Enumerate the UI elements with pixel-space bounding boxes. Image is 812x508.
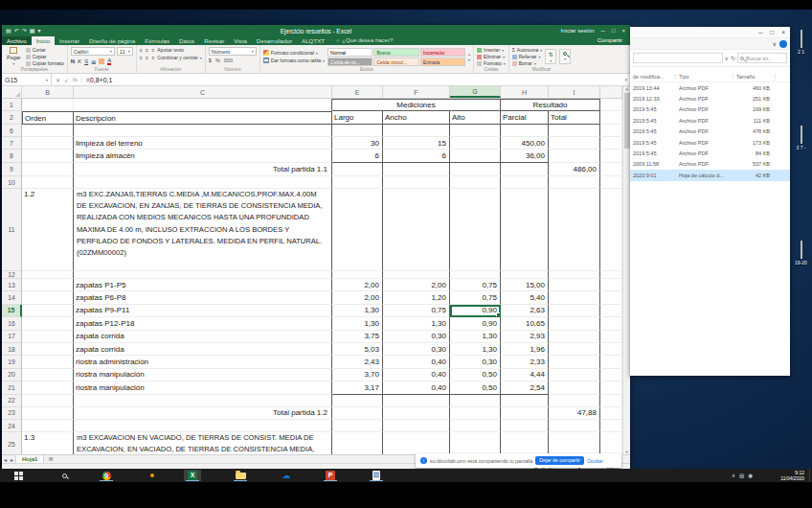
hide-share-bar-link[interactable]: Ocultar [587, 458, 603, 464]
number-format-select[interactable]: Número▾ [209, 47, 257, 56]
format-cells-button[interactable]: Formato▾ [477, 60, 506, 66]
cut-button[interactable]: Cortar [26, 47, 64, 53]
cell-H20[interactable]: 4,44 [501, 369, 549, 381]
cell-B18[interactable] [22, 343, 74, 356]
cell-C1[interactable] [74, 99, 332, 111]
cell-I19[interactable] [549, 356, 600, 368]
cell-I15[interactable] [549, 305, 600, 317]
select-all-corner[interactable] [2, 86, 22, 98]
cell-G8[interactable] [450, 150, 501, 163]
cell-B11[interactable]: 1.2 [22, 189, 74, 271]
cell-H18[interactable]: 1,96 [501, 343, 549, 356]
cell-H24[interactable] [501, 420, 549, 432]
cell-H12[interactable] [501, 271, 549, 279]
cell-E23[interactable] [332, 407, 383, 421]
column-header-G[interactable]: G [450, 86, 501, 98]
vertical-scrollbar[interactable]: ▲ ▼ [622, 86, 630, 454]
cell-H15[interactable]: 2,63 [501, 305, 549, 317]
cell-E11[interactable] [332, 189, 383, 271]
cell-B16[interactable] [22, 317, 74, 330]
row-header-14[interactable]: 14 [2, 291, 22, 304]
cell-C14[interactable]: zapatas P6-P8 [74, 291, 332, 304]
cell-G2[interactable]: Alto [450, 111, 501, 125]
maximize-icon[interactable]: □ [612, 28, 616, 34]
cell-G9[interactable] [450, 163, 501, 176]
taskbar-search-button[interactable] [56, 470, 73, 481]
cell-I11[interactable] [549, 189, 600, 271]
cell-B14[interactable] [22, 291, 74, 304]
cell-I21[interactable] [549, 381, 600, 394]
font-name-select[interactable]: Calibri▾ [71, 47, 115, 56]
column-header-E[interactable]: E [332, 86, 383, 98]
cell-G25[interactable] [450, 432, 501, 454]
cell-G10[interactable] [450, 176, 501, 189]
align-top-icons[interactable]: ≡ ≡ ≡ [140, 47, 156, 53]
cell-J13[interactable] [600, 279, 622, 291]
cell-E25[interactable] [332, 432, 383, 454]
taskbar-onedrive-button[interactable]: ☁ [278, 470, 295, 481]
cell-I6[interactable] [549, 125, 600, 137]
insert-function-icon[interactable]: fx [73, 77, 78, 82]
cell-G21[interactable]: 0,50 [450, 381, 501, 394]
row-header-25[interactable]: 25 [2, 432, 22, 454]
formula-input[interactable]: =0,8+0,1 [82, 77, 625, 83]
tell-me-box[interactable]: ☼ ¿Qué desea hacer? [335, 36, 393, 45]
fill-color-button[interactable] [99, 58, 104, 64]
collapse-ribbon-icon[interactable]: ∨ [773, 40, 777, 47]
cell-C2[interactable]: Descripcion [74, 111, 332, 125]
autosum-button[interactable]: ΣAutosuma▾ [512, 47, 543, 53]
desktop-icon-pdf-1[interactable]: 2 1 [791, 31, 811, 55]
cell-H19[interactable]: 2,33 [501, 356, 549, 368]
cell-C19[interactable]: riostra administración [74, 356, 332, 368]
cell-J14[interactable] [600, 291, 622, 304]
name-box[interactable]: G15▾ [2, 74, 52, 85]
cell-I24[interactable] [549, 420, 600, 432]
desktop-icon-pdf-2[interactable]: 3 7 - [791, 127, 811, 150]
cell-H9[interactable] [501, 163, 549, 176]
cell-C8[interactable]: limpieza almacén [74, 150, 332, 163]
row-header-8[interactable]: 8 [2, 150, 22, 163]
cell-E20[interactable]: 3,70 [332, 369, 383, 381]
minimize-icon[interactable]: ─ [758, 29, 763, 35]
cell-C12[interactable] [74, 271, 332, 279]
cell-H13[interactable]: 15,00 [501, 279, 549, 291]
wrap-text-button[interactable]: Ajustar texto [157, 47, 184, 53]
cell-F12[interactable] [383, 271, 450, 279]
cell-C13[interactable]: zapatas P1-P5 [74, 279, 332, 291]
column-header-F[interactable]: F [383, 86, 450, 98]
cell-G20[interactable]: 0,50 [450, 369, 501, 381]
column-header-type[interactable]: Tipo [676, 74, 733, 80]
column-header-H[interactable]: H [501, 86, 549, 98]
ribbon-tab-desarrollador[interactable]: Desarrollador [252, 36, 297, 45]
cell-J16[interactable] [600, 317, 622, 330]
cell-J9[interactable] [600, 163, 622, 176]
row-header-24[interactable]: 24 [2, 420, 22, 432]
cell-B9[interactable] [22, 163, 74, 176]
row-header-22[interactable]: 22 [2, 395, 22, 407]
desktop-icon-file-3[interactable]: 19-20 [791, 242, 811, 266]
ribbon-tab-dise-o-de-p-gina[interactable]: Diseño de página [84, 36, 140, 45]
cell-J19[interactable] [600, 356, 622, 368]
underline-button[interactable]: S [84, 58, 88, 64]
cell-J25[interactable] [600, 432, 622, 454]
clear-button[interactable]: Borrar▾ [512, 60, 543, 66]
gallery-scroll-icons[interactable]: ▴▾ [468, 47, 470, 66]
cell-C18[interactable]: zapata corrida [74, 343, 332, 356]
column-header-C[interactable]: C [74, 86, 332, 98]
cell-F2[interactable]: Ancho [383, 111, 450, 125]
cell-I14[interactable] [549, 291, 600, 304]
cell-G7[interactable] [450, 137, 501, 150]
row-header-21[interactable]: 21 [2, 381, 22, 394]
cell-H14[interactable]: 5,40 [501, 291, 549, 304]
cell-J23[interactable] [600, 407, 622, 421]
row-header-2[interactable]: 2 [2, 111, 22, 125]
cell-F10[interactable] [383, 176, 450, 189]
cell-C25[interactable]: m3 EXCAVACION EN VACIADO, DE TIERRAS DE … [74, 432, 332, 454]
ribbon-tab-insertar[interactable]: Insertar [55, 36, 84, 45]
scroll-down-icon[interactable]: ▼ [625, 450, 629, 454]
cell-E7[interactable]: 30 [332, 137, 383, 150]
qat-custom-icon[interactable]: ▦ [30, 25, 35, 36]
cell-G14[interactable]: 0,75 [450, 291, 501, 304]
ribbon-tab-alqtxt[interactable]: ALQTXT [297, 36, 329, 45]
taskbar-powerpoint-button[interactable]: P [322, 470, 339, 481]
